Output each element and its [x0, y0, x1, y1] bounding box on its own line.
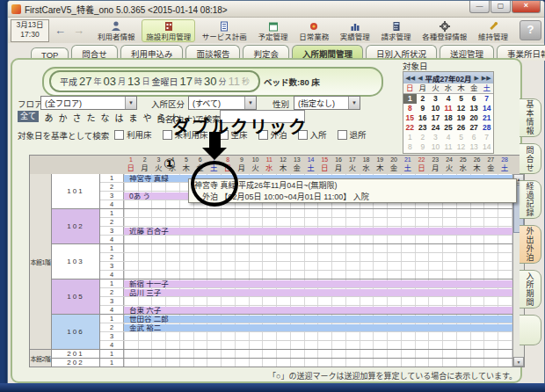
toolbar-button-registration[interactable]: 各種登録情報 [418, 19, 471, 42]
stay-bar[interactable]: 金武 裕二 [124, 324, 513, 331]
toolbar-button-facility[interactable]: 施設利用管理 [142, 19, 195, 42]
scroll-down-icon[interactable]: ▼ [513, 357, 524, 367]
bed-day-area[interactable]: 台東 六子 [124, 306, 513, 314]
kana-letter-button[interactable]: さ [72, 111, 82, 124]
bed-day-area[interactable]: 品川 三子 [124, 288, 513, 296]
calendar-day-cell[interactable]: 5 [454, 94, 468, 104]
bed-row[interactable]: 1 [30, 350, 513, 359]
stay-bar[interactable]: 台東 六子 [124, 307, 513, 314]
bed-row[interactable]: 2品川 三子 [30, 288, 513, 297]
toolbar-button-service-plan[interactable]: サービス計画 [198, 19, 251, 42]
calendar-prev-month-icon[interactable]: ◀ [418, 75, 422, 82]
kana-letter-button[interactable]: あ [44, 111, 54, 124]
bed-day-area[interactable] [124, 236, 513, 243]
toolbar-button-billing[interactable]: 請求管理 [377, 19, 416, 42]
calendar-day-cell[interactable]: 6 [468, 94, 481, 104]
title-bar[interactable]: FirstCareV5_特養_ono 5.0.365 <2015-01-14 0… [8, 1, 544, 18]
bed-row[interactable]: 4台東 六子 [30, 306, 513, 315]
calendar-day-cell[interactable]: 26 [454, 123, 468, 133]
bed-day-area[interactable]: 世田谷 二郎 [124, 315, 513, 323]
bed-day-area[interactable] [124, 350, 513, 358]
toolbar-button-results[interactable]: 実績管理 [336, 19, 374, 42]
maximize-button[interactable]: ▢ [490, 1, 511, 13]
toolbar-button-person[interactable]: 利用者情報 [93, 19, 140, 42]
bed-day-area[interactable]: 新宿 十一子 [124, 279, 513, 287]
room-number-cell[interactable]: 201 [52, 350, 100, 359]
calendar-day-cell[interactable]: 25 [442, 123, 455, 133]
kana-letter-button[interactable]: は [114, 111, 124, 124]
help-button[interactable]: ? [520, 20, 541, 40]
calendar-day-cell[interactable]: 4 [442, 133, 455, 142]
back-arrow-icon[interactable]: ← [53, 24, 68, 37]
bed-day-area[interactable] [124, 332, 513, 340]
calendar-day-cell[interactable]: 5 [454, 133, 468, 142]
calendar-day-cell[interactable]: 1 [403, 133, 417, 142]
kana-letter-button[interactable]: な [100, 111, 110, 124]
bed-row[interactable]: 2 [30, 253, 513, 262]
stay-bar[interactable]: 世田谷 二郎 [124, 316, 513, 323]
checkbox-利用床[interactable]: 利用床 [114, 128, 152, 141]
calendar-day-cell[interactable]: 22 [403, 123, 417, 133]
calendar-day-cell[interactable]: 12 [454, 104, 468, 113]
calendar-day-cell[interactable]: 24 [429, 123, 442, 133]
bed-row[interactable]: 2金武 裕二 [30, 323, 513, 332]
calendar-next-month-icon[interactable]: ▶ [474, 75, 478, 82]
kana-letter-button[interactable]: か [58, 111, 68, 124]
room-number-cell[interactable]: 105 [52, 279, 100, 315]
checkbox-退所[interactable]: 退所 [338, 128, 367, 141]
calendar-next-year-icon[interactable]: ▶▶ [482, 75, 491, 82]
bed-row[interactable]: 1 [30, 359, 513, 367]
side-tab-外出外泊[interactable]: 外出外泊 [520, 225, 541, 264]
side-tab-基本情報[interactable]: 基本情報 [520, 98, 541, 137]
bed-day-area[interactable] [124, 359, 513, 367]
stay-bar[interactable]: 近藤 百合子 [124, 228, 513, 235]
calendar-day-cell[interactable]: 3 [429, 94, 442, 104]
toolbar-button-schedule[interactable]: 予定管理 [254, 19, 293, 42]
bed-row[interactable]: 2 [30, 218, 513, 227]
forward-arrow-icon[interactable]: → [71, 24, 86, 37]
calendar-day-cell[interactable]: 16 [417, 113, 430, 123]
side-tab-問合せ[interactable]: 問合せ [520, 143, 541, 174]
calendar-day-cell[interactable]: 10 [429, 104, 442, 113]
kana-all-button[interactable]: 全て [18, 111, 39, 122]
floor-select[interactable]: (全フロア) ▼ [40, 96, 137, 110]
bed-row[interactable]: 1新宿 十一子 [30, 279, 513, 288]
calendar-day-cell[interactable]: 13 [468, 104, 481, 113]
calendar-day-cell[interactable]: 20 [468, 113, 481, 123]
kana-letter-button[interactable]: ま [128, 111, 138, 124]
bed-row[interactable]: 3 [30, 297, 513, 306]
calendar-day-cell[interactable]: 7 [480, 94, 493, 104]
calendar-day-cell[interactable]: 1 [403, 94, 417, 104]
calendar-day-cell[interactable]: 6 [468, 133, 481, 142]
bed-row[interactable]: 1 [30, 244, 513, 253]
calendar-day-cell[interactable]: 8 [403, 104, 417, 113]
calendar-day-cell[interactable]: 4 [442, 94, 455, 104]
side-tab-入所期間[interactable]: 入所期間 [520, 270, 541, 309]
bed-row[interactable]: 1世田谷 二郎 [30, 315, 513, 323]
calendar-day-cell[interactable]: 18 [442, 113, 455, 123]
calendar-day-cell[interactable]: 12 [454, 142, 468, 152]
bed-day-area[interactable] [124, 244, 513, 252]
calendar-day-cell[interactable]: 9 [417, 104, 430, 113]
room-number-cell[interactable]: 106 [52, 315, 100, 350]
bed-day-area[interactable] [124, 253, 513, 261]
bed-row[interactable]: 3近藤 百合子 [30, 227, 513, 236]
calendar-day-cell[interactable]: 17 [429, 113, 442, 123]
stay-bar[interactable]: 品川 三子 [124, 289, 513, 296]
bed-row[interactable]: 4 [30, 341, 513, 350]
bed-row[interactable]: 4 [30, 271, 513, 279]
kana-letter-button[interactable]: た [86, 111, 96, 124]
bed-row[interactable]: 3 [30, 332, 513, 341]
calendar-day-cell[interactable]: 9 [417, 142, 430, 152]
calendar-day-cell[interactable]: 19 [454, 113, 468, 123]
calendar-day-cell[interactable]: 21 [480, 113, 493, 123]
minimize-button[interactable]: — [469, 1, 490, 13]
calendar-day-cell[interactable]: 10 [429, 142, 442, 152]
bed-row[interactable]: 3 [30, 262, 513, 271]
calendar-day-cell[interactable]: 8 [403, 142, 417, 152]
bed-day-area[interactable] [124, 297, 513, 305]
calendar-day-cell[interactable]: 14 [480, 104, 493, 113]
room-number-cell[interactable]: 103 [52, 244, 100, 279]
bed-day-area[interactable] [124, 218, 513, 226]
calendar-day-cell[interactable]: 11 [442, 142, 455, 152]
